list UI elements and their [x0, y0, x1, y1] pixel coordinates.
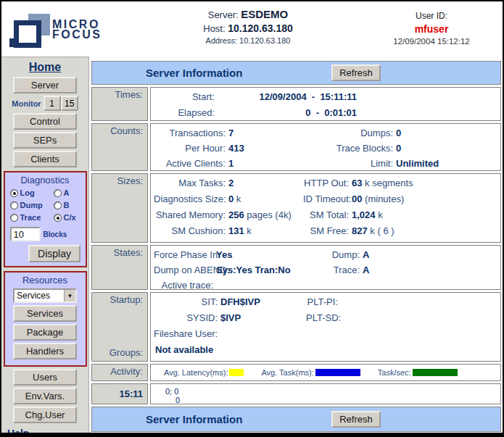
field-label: Trace:	[303, 262, 363, 278]
chevron-down-icon[interactable]: ▼	[64, 290, 75, 301]
legend-item: Task/sec:	[378, 368, 458, 377]
application-window: MICRO FOCUS Server: ESDEMO Host: 10.120.…	[0, 0, 504, 437]
radio-dump[interactable]: Dump	[10, 201, 54, 209]
address-line: Address: 10.120.63.180	[165, 36, 331, 45]
sidebar: Home Server Monitor 115 Control SEPs Cli…	[1, 57, 89, 433]
blocks-input[interactable]	[10, 227, 41, 241]
startup-label: Startup:	[110, 294, 143, 305]
field-label	[306, 326, 341, 342]
radio-log[interactable]: Log	[10, 188, 54, 197]
field-value: 00 (minutes)	[352, 191, 497, 207]
tick-value: 0	[154, 396, 497, 404]
field-suffix: k	[247, 225, 252, 236]
resources-select[interactable]: Services ▼	[13, 288, 77, 303]
radio-icon[interactable]	[10, 201, 18, 209]
monitor-button-1[interactable]: 1	[44, 96, 61, 111]
legend-swatch	[413, 369, 458, 376]
radio-icon[interactable]	[54, 214, 62, 222]
sidebar-home-link[interactable]: Home	[1, 61, 88, 74]
diagnostics-panel: Diagnostics LogADumpBTraceC/x Blocks Dis…	[4, 171, 87, 267]
field-value: 1	[228, 156, 329, 171]
legend-label: Avg. Latency(ms):	[164, 368, 228, 377]
refresh-button[interactable]: Refresh	[331, 64, 381, 81]
page-title: Server Information	[146, 67, 242, 79]
radio-a[interactable]: A	[54, 188, 86, 197]
control-button[interactable]: Control	[13, 113, 77, 130]
field-value: 0 k	[228, 191, 303, 207]
field-value: 413	[228, 141, 329, 156]
field-value: DFH$IVP	[220, 294, 306, 310]
radio-icon[interactable]	[54, 189, 62, 197]
states-section-label: States:	[91, 245, 148, 290]
field-value: 131 k	[228, 223, 303, 239]
legend-item: Avg. Latency(ms):	[164, 368, 244, 377]
chguser-button[interactable]: Chg.User	[13, 407, 77, 423]
field-row: SM Cushion:131 kSM Free:827 k ( 6 )	[154, 223, 497, 239]
tick-section-content: 0; 00	[150, 383, 501, 404]
logo-square-front-icon	[14, 20, 41, 48]
field-label: Limit:	[329, 156, 396, 171]
help-heading: Help	[1, 428, 88, 433]
radio-icon[interactable]	[10, 214, 18, 222]
field-value	[341, 310, 497, 326]
legend-swatch	[315, 369, 360, 376]
section-times: Times:Start:12/09/2004 - 15:11:11Elapsed…	[91, 87, 501, 121]
legend-label: Avg. Task(ms):	[261, 368, 313, 377]
seps-button[interactable]: SEPs	[13, 132, 77, 149]
field-row: Start:12/09/2004 - 15:11:11	[154, 89, 497, 105]
field-value: 1,024 k	[352, 207, 497, 223]
legend-swatch	[229, 369, 244, 376]
logo-square-small-icon	[9, 38, 17, 47]
footer-refresh-button[interactable]: Refresh	[331, 411, 381, 428]
users-button[interactable]: Users	[13, 369, 77, 386]
section-activity: Activity:Avg. Latency(ms):Avg. Task(ms):…	[91, 364, 501, 381]
blocks-label: Blocks	[44, 230, 67, 238]
activity-section-label: Activity:	[91, 364, 148, 381]
field-value: Unlimited	[396, 156, 497, 171]
resources-panel: Resources Services ▼ ServicesPackageHand…	[4, 271, 87, 367]
field-value	[341, 294, 497, 310]
handlers-button[interactable]: Handlers	[13, 343, 77, 359]
activity-section-content: Avg. Latency(ms):Avg. Task(ms):Task/sec:	[150, 364, 501, 381]
radio-b[interactable]: B	[54, 201, 86, 209]
radio-icon[interactable]	[10, 189, 18, 197]
radio-cx[interactable]: C/x	[54, 213, 86, 222]
radio-label: Log	[20, 188, 35, 197]
field-label: Force Phase In:	[154, 247, 216, 262]
resources-title: Resources	[5, 275, 86, 286]
field-suffix: k	[378, 209, 383, 220]
sizes-section-label: Sizes:	[91, 173, 148, 243]
field-label: PLT-SD:	[306, 310, 341, 326]
field-label: SIT:	[154, 294, 220, 310]
tick-section-label: 15:11	[91, 383, 148, 404]
monitor-row: Monitor 115	[1, 96, 88, 111]
radio-label: Dump	[20, 201, 43, 209]
footer-page-title: Server Information	[146, 413, 242, 425]
server-button[interactable]: Server	[13, 77, 77, 93]
micro-focus-logo: MICRO FOCUS	[9, 7, 125, 52]
times-section-label: Times:	[91, 87, 148, 121]
display-button[interactable]: Display	[28, 245, 80, 262]
monitor-button-15[interactable]: 15	[61, 96, 78, 111]
host-value: 10.120.63.180	[228, 22, 293, 34]
clients-button[interactable]: Clients	[13, 151, 77, 167]
radio-trace[interactable]: Trace	[10, 213, 54, 222]
radio-label: A	[64, 188, 70, 197]
envvars-button[interactable]: Env.Vars.	[13, 388, 77, 404]
radio-label: C/x	[64, 213, 76, 222]
radio-icon[interactable]	[54, 201, 62, 209]
diagnostics-radio-group: LogADumpBTraceC/x	[5, 188, 86, 222]
field-value	[216, 278, 303, 293]
field-row: Dump on ABEND:Sys:Yes Tran:NoTrace:A	[154, 262, 497, 278]
field-label: Dumps:	[329, 125, 396, 141]
field-suffix: k segments	[365, 178, 413, 188]
package-button[interactable]: Package	[13, 324, 77, 341]
section-tick: 15:110; 00	[91, 383, 501, 404]
header: MICRO FOCUS Server: ESDEMO Host: 10.120.…	[1, 1, 503, 57]
field-row: Max Tasks:2HTTP Out:63 k segments	[154, 175, 497, 191]
services-button[interactable]: Services	[13, 305, 77, 322]
field-value: 256 pages (4k)	[228, 207, 303, 223]
host-label: Host:	[203, 23, 225, 34]
groups-label: Groups:	[110, 347, 143, 358]
section-counts: Counts:Transactions:7Dumps:0Per Hour:413…	[91, 123, 501, 171]
